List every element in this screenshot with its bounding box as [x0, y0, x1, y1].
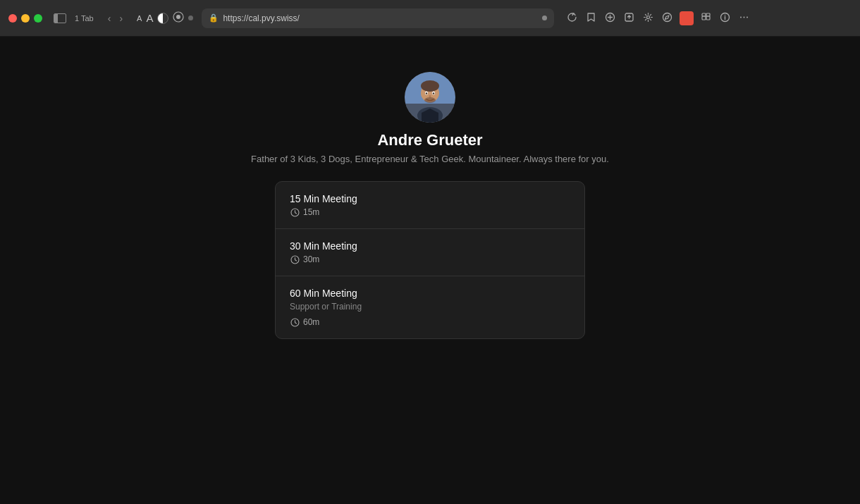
meeting-title-30min: 30 Min Meeting — [290, 240, 570, 252]
tab-count: 1 Tab — [75, 14, 94, 23]
close-button[interactable] — [8, 14, 17, 23]
clock-icon-60min — [290, 317, 300, 327]
profile-section: Andre Grueter Father of 3 Kids, 3 Dogs, … — [251, 72, 609, 164]
svg-point-13 — [744, 16, 745, 18]
profile-bio: Father of 3 Kids, 3 Dogs, Entrepreneur &… — [251, 154, 609, 164]
svg-point-5 — [663, 13, 672, 21]
minimize-button[interactable] — [21, 14, 30, 23]
svg-rect-8 — [702, 13, 706, 16]
share-icon[interactable] — [622, 11, 636, 26]
font-small-icon[interactable]: A — [137, 14, 142, 23]
meetings-container: 15 Min Meeting 15m 30 Min Meeting — [275, 181, 585, 339]
tracking-icon — [188, 16, 193, 20]
clock-icon-30min — [290, 254, 300, 264]
svg-rect-7 — [706, 16, 710, 20]
url-bar[interactable]: 🔒 https://cal.pvy.swiss/ — [202, 8, 554, 28]
main-content: Andre Grueter Father of 3 Kids, 3 Dogs, … — [0, 37, 860, 504]
meeting-duration-15min: 15m — [290, 207, 570, 217]
font-controls: A A — [137, 11, 193, 25]
nav-arrows: ‹ › — [105, 11, 125, 25]
more-options-icon[interactable] — [737, 11, 751, 26]
url-text: https://cal.pvy.swiss/ — [223, 13, 535, 23]
profile-name: Andre Grueter — [377, 131, 482, 149]
svg-point-12 — [740, 16, 742, 18]
svg-point-20 — [421, 80, 439, 92]
contrast-icon[interactable] — [157, 13, 168, 24]
url-dot — [542, 16, 547, 20]
bookmark-icon[interactable] — [584, 11, 598, 26]
svg-point-26 — [424, 97, 436, 103]
svg-point-1 — [176, 15, 180, 19]
svg-point-23 — [426, 92, 427, 94]
clock-icon-15min — [290, 207, 300, 217]
new-tab-icon[interactable] — [603, 11, 617, 26]
meeting-duration-60min: 60m — [290, 317, 570, 327]
meeting-item-15min[interactable]: 15 Min Meeting 15m — [276, 182, 584, 228]
meeting-item-60min[interactable]: 60 Min Meeting Support or Training 60m — [276, 276, 584, 338]
forward-arrow-icon[interactable]: › — [116, 11, 125, 25]
back-arrow-icon[interactable]: ‹ — [105, 11, 114, 25]
svg-point-14 — [747, 16, 748, 18]
lock-icon: 🔒 — [209, 13, 219, 23]
meeting-item-30min[interactable]: 30 Min Meeting 30m — [276, 228, 584, 276]
meeting-duration-30min: 30m — [290, 254, 570, 264]
extension-icon[interactable] — [680, 11, 694, 25]
font-large-icon[interactable]: A — [146, 12, 153, 24]
tab-area: 1 Tab — [75, 14, 94, 23]
reload-icon[interactable] — [565, 11, 579, 26]
traffic-lights — [8, 14, 42, 23]
meeting-subtitle-60min: Support or Training — [290, 302, 570, 312]
reader-mode-icon[interactable] — [173, 11, 184, 25]
svg-point-4 — [647, 16, 650, 18]
meeting-title-60min: 60 Min Meeting — [290, 288, 570, 299]
settings-icon[interactable] — [641, 11, 655, 26]
browser-chrome: 1 Tab ‹ › A A 🔒 https://cal.pvy.swiss/ — [0, 0, 860, 37]
fullscreen-button[interactable] — [34, 14, 42, 23]
meeting-title-15min: 15 Min Meeting — [290, 193, 570, 204]
browser-actions — [565, 11, 751, 26]
svg-rect-6 — [702, 16, 706, 20]
extensions-icon[interactable] — [699, 11, 713, 26]
svg-point-24 — [433, 92, 434, 94]
navigation-icon[interactable] — [661, 11, 674, 26]
avatar — [405, 72, 455, 123]
info-icon[interactable] — [718, 11, 732, 26]
sidebar-toggle-icon[interactable] — [54, 13, 66, 23]
svg-point-11 — [725, 14, 725, 15]
svg-rect-9 — [706, 13, 710, 16]
